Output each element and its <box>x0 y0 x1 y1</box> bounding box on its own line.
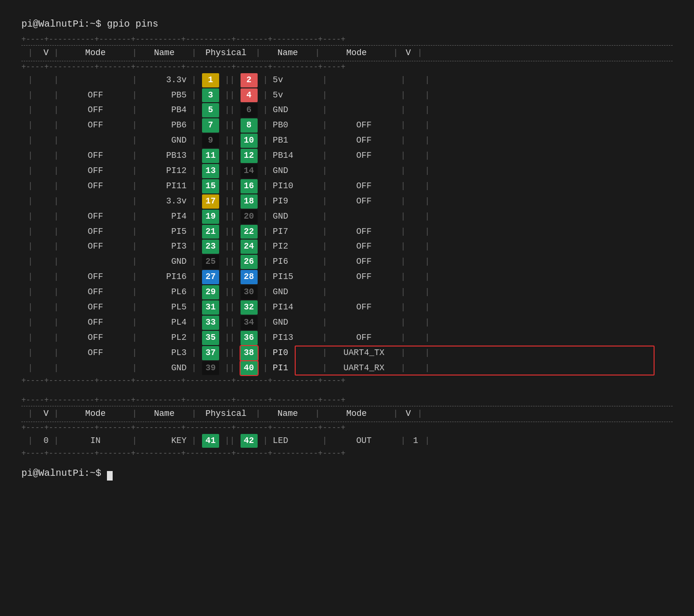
header-physical: Physical <box>197 47 254 60</box>
final-prompt: pi@WalnutPi:~$ <box>21 468 107 479</box>
table-row: | | OFF | PI12 | 13 || 14 | GND | | | <box>21 164 673 179</box>
table-row: | | | 3.3v | 17 || 18 | PI9 | OFF | | <box>21 194 673 209</box>
header-mode-left: Mode <box>60 47 131 60</box>
gpio-rows-container: | | | 3.3v | 1 || 2 | 5v | | | | | OFF |… <box>21 73 673 376</box>
header2-mode-right: Mode <box>321 407 392 421</box>
table-row: | | OFF | PL5 | 31 || 32 | PI14 | OFF | … <box>21 300 673 315</box>
second-bottom-sep: +----+----------+-------+----------+----… <box>21 448 673 459</box>
second-top-sep: +----+----------+-------+----------+----… <box>21 395 673 405</box>
top-separator: +----+----------+-------+----------+----… <box>21 34 673 45</box>
terminal-window: pi@WalnutPi:~$ gpio pins +----+---------… <box>10 10 684 488</box>
table-row: | | OFF | PB4 | 5 || 6 | GND | | | <box>21 103 673 118</box>
table-row: | | | GND | 9 || 10 | PB1 | OFF | | <box>21 133 673 148</box>
header2-name-left: Name <box>138 407 191 421</box>
table-row: | | OFF | PL6 | 29 || 30 | GND | | | <box>21 285 673 300</box>
table-row: | | OFF | PL3 | 37 || 38 | PI0 | UART4_T… <box>21 346 673 361</box>
table-row: | | OFF | PB13 | 11 || 12 | PB14 | OFF |… <box>21 148 673 164</box>
header2-mode-left: Mode <box>60 407 131 421</box>
table-row: | | OFF | PI3 | 23 || 24 | PI2 | OFF | | <box>21 239 673 254</box>
header-mode-right: Mode <box>321 47 392 60</box>
highlighted-uart-rows: | | OFF | PL3 | 37 || 38 | PI0 | UART4_T… <box>21 346 673 376</box>
table-row: | | OFF | PB5 | 3 || 4 | 5v | | | <box>21 88 673 103</box>
table-row: | | OFF | PL2 | 35 || 36 | PI13 | OFF | … <box>21 330 673 346</box>
header2-name-right: Name <box>261 407 314 421</box>
table-row: | | | GND | 39 || 40 | PI1 | UART4_RX | … <box>21 361 673 376</box>
table-row: | | OFF | PI4 | 19 || 20 | GND | | | <box>21 209 673 224</box>
header2-v-right: V <box>399 407 417 421</box>
table-row: | | OFF | PL4 | 33 || 34 | GND | | | <box>21 315 673 330</box>
final-prompt-line: pi@WalnutPi:~$ <box>21 466 673 481</box>
table-row: | | OFF | PI5 | 21 || 22 | PI7 | OFF | | <box>21 224 673 240</box>
header2-physical: Physical <box>197 407 254 421</box>
second-header-sep: +----+----------+-------+----------+----… <box>21 423 673 433</box>
header-name-left: Name <box>138 47 191 60</box>
cursor <box>107 471 113 481</box>
header2-v-left: V <box>39 407 53 421</box>
header-v-right: V <box>399 47 417 60</box>
table-row: | | | GND | 25 || 26 | PI6 | OFF | | <box>21 254 673 270</box>
table-row: | | OFF | PI16 | 27 || 28 | PI15 | OFF |… <box>21 270 673 285</box>
header-bottom-separator: +----+----------+-------+----------+----… <box>21 62 673 72</box>
header-v-left: V <box>39 47 53 60</box>
table-row: | | OFF | PI11 | 15 || 16 | PI10 | OFF |… <box>21 179 673 194</box>
key-led-data-row: | 0 | IN | KEY | 41 || 42 | LED | OUT | … <box>21 433 673 449</box>
key-led-row: | 0 | IN | KEY | 41 || 42 | LED | OUT | … <box>21 433 673 449</box>
bottom-separator: +----+----------+-------+----------+----… <box>21 375 673 386</box>
command-prompt: pi@WalnutPi:~$ gpio pins <box>21 19 158 29</box>
table-row: | | | 3.3v | 1 || 2 | 5v | | | <box>21 73 673 88</box>
command-line: pi@WalnutPi:~$ gpio pins <box>21 17 673 31</box>
main-table-container: +----+----------+-------+----------+----… <box>21 34 673 386</box>
header-name-right: Name <box>261 47 314 60</box>
table-row: | | OFF | PB6 | 7 || 8 | PB0 | OFF | | <box>21 118 673 133</box>
second-table-container: +----+----------+-------+----------+----… <box>21 395 673 459</box>
